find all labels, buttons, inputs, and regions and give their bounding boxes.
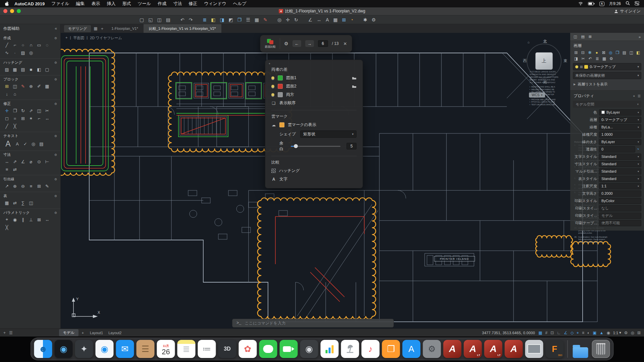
move-icon[interactable]: ✛ [3,107,10,114]
difference-index-field[interactable]: 6 [318,40,328,47]
measure-icon[interactable]: ∠ [308,17,313,22]
tab-modeling[interactable]: モデリング [64,25,91,32]
mirror-icon[interactable]: ◫ [36,107,43,114]
input-source-icon[interactable]: A [599,2,604,6]
scale-icon[interactable]: ⇗ [28,107,35,114]
angular-dim-icon[interactable]: ∠ [19,158,26,165]
status-plus-icon[interactable]: + [3,330,6,335]
zoom-icon[interactable]: ◎ [277,17,281,22]
command-line[interactable]: >_ ここにコマンドを入力 [232,319,394,327]
undo-icon[interactable]: ↶ [180,17,184,22]
hatch-boundary-icon[interactable]: ▨ [19,49,26,56]
status-list-icon[interactable]: ☰ [9,330,13,335]
collapse-panel-icon[interactable]: » [639,35,641,39]
layer-lock-icon[interactable]: ⊠ [580,65,583,69]
dock-numbers-chart[interactable] [321,340,339,358]
object-snap-icon[interactable]: ◇ [571,330,574,335]
dock-autocad-lt[interactable]: ALT [464,340,482,358]
find-text-icon[interactable]: ◎ [30,140,37,147]
object-snap-tracking-icon[interactable]: ⌖ [577,330,579,335]
margin-value-field[interactable]: 5 [346,143,357,149]
hatch-cross-icon[interactable]: ▩ [11,66,18,73]
hatch-toggle-row[interactable]: ハッチング [265,167,363,175]
cell-style-icon[interactable]: ◫ [28,199,35,206]
pan-icon[interactable]: ✛ [286,17,290,22]
layer-vp-icon[interactable]: ▦ [602,56,607,61]
delete-layer-icon[interactable]: ⊟ [581,50,586,55]
coincident-icon[interactable]: ◉ [11,216,18,223]
remove-leader-icon[interactable]: ⊖ [19,183,26,189]
viewcube-south[interactable]: 南 [543,80,547,85]
diameter-dim-icon[interactable]: ⌀ [28,158,35,165]
orbit-icon[interactable]: ↻ [294,17,298,22]
property-value-field[interactable]: ByColor [599,198,641,204]
write-block-icon[interactable]: ↓ [3,90,10,97]
viewcube-top-face[interactable]: 上 [535,52,553,70]
section-settings-icon[interactable]: ⚙ [54,194,57,198]
snap-mode-icon[interactable]: # [545,330,548,335]
layer-off-icon[interactable]: ◧ [636,50,641,55]
new-tab-button[interactable]: + [101,26,104,31]
apple-menu-icon[interactable] [5,1,9,6]
layer-match-icon[interactable]: ❐ [615,50,620,55]
file-tab-1[interactable]: 1-Floorplan_V1* [106,24,144,33]
continue-dim-icon[interactable]: ⇄ [11,166,18,173]
color-swatch[interactable] [278,92,283,97]
close-compare-icon[interactable]: ✕ [343,41,347,46]
property-value-field[interactable]: ByLayer▾ [599,139,641,145]
spell-check-icon[interactable]: ✓ [22,140,29,147]
panel-drag-handle[interactable]: ● [269,62,270,65]
dock-contacts[interactable]: ☰ [137,340,155,358]
dock-siri[interactable]: ◉ [55,340,73,358]
minimize-window-button[interactable] [10,9,14,13]
layer-color-swatch[interactable] [584,65,588,69]
dock-downloads-folder[interactable] [572,340,590,358]
visibility-bulb-icon[interactable] [271,85,274,88]
dock-mail[interactable]: ✉ [116,340,134,358]
menu-item-9[interactable]: 修正 [189,1,197,7]
menubar-clock[interactable]: 月9:26 [609,1,621,7]
options-icon[interactable]: ⚙ [372,17,376,22]
perpendicular-icon[interactable]: ⊥ [28,216,35,223]
previous-difference-button[interactable]: ← [292,40,301,47]
compare-row-2[interactable]: 図面2 [265,82,363,90]
fillet-icon[interactable]: ⌐ [36,115,43,122]
section-settings-icon[interactable]: ⚙ [54,102,57,106]
palette-tab-layers-icon[interactable]: ▤ [581,35,584,39]
chamfer-icon[interactable]: ╱ [3,123,10,129]
donut-icon[interactable]: ◎ [28,49,35,56]
lineweight-display-icon[interactable]: ≡ [582,330,584,335]
delete-constraints-icon[interactable]: ╳ [3,224,10,231]
line-icon[interactable]: ╱ [3,42,10,48]
stretch-icon[interactable]: ↔ [44,115,51,122]
dock-messages[interactable] [259,340,277,358]
layer-isolate-icon[interactable]: ◎ [608,50,613,55]
dock-notes[interactable]: ≣ [177,340,196,358]
shape-dropdown[interactable]: 矩形状 ▾ [300,130,357,138]
dim-constraint-icon[interactable]: ↔ [44,216,51,223]
dock-trash[interactable] [592,340,610,358]
redo-icon[interactable]: ↷ [189,17,193,22]
control-center-icon[interactable] [635,1,639,6]
viewcube-east[interactable]: 東 [564,58,567,63]
dock-system-preferences[interactable]: ⚙ [423,340,441,358]
layer-states-icon[interactable]: ≣ [595,56,600,61]
section-settings-icon[interactable]: ⚙ [54,178,57,181]
menu-item-11[interactable]: ヘルプ [233,1,247,7]
set-base-point-icon[interactable]: ⌂ [11,90,18,97]
block-editor-icon[interactable]: ✎ [19,83,26,89]
circle-icon[interactable]: ○ [19,42,26,48]
visibility-bulb-icon[interactable] [271,93,274,96]
space-selector[interactable]: モデル空間 ▾ [573,101,641,108]
current-layer-dropdown[interactable]: ⊠ 0-マークアップ ▾ [573,63,641,70]
open-folder-icon[interactable] [352,76,357,80]
dock-screenshot-preview[interactable] [525,340,543,358]
collect-leaders-icon[interactable]: ⊞ [36,183,43,189]
aligned-dim-icon[interactable]: ⇗ [11,158,18,165]
layer-on-icon[interactable] [575,65,578,68]
dock-safari[interactable]: ◉ [96,340,114,358]
hatch-solid-icon[interactable]: ■ [28,66,35,73]
arc-icon[interactable]: ∩ [28,42,35,48]
property-value-field[interactable]: Standard▾ [599,168,641,175]
cloud-display-row[interactable]: ☁ 雲マークの表示 [265,121,363,129]
